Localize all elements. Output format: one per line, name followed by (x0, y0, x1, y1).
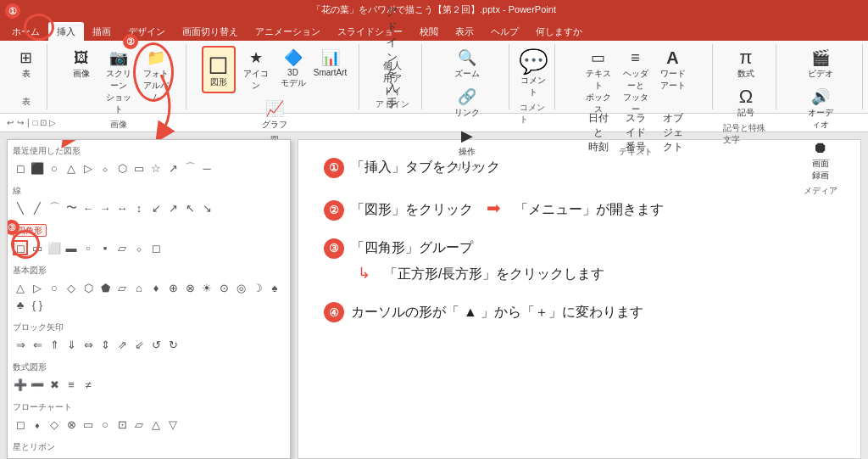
image-button[interactable]: 🖼 画像 (64, 46, 98, 117)
tab-animation[interactable]: アニメーション (247, 22, 329, 41)
line-9[interactable]: ↙ (148, 200, 164, 216)
basic-2[interactable]: ▷ (30, 280, 45, 295)
shape-panel[interactable]: 最近使用した図形 ◻ ⬛ ○ △ ▷ ⬦ ⬡ ▭ ☆ ↗ ⌒ ─ 線 ╲ ╱ (7, 139, 291, 459)
shape-line[interactable]: ─ (199, 160, 214, 176)
ba-9[interactable]: ↺ (148, 337, 164, 352)
fc-4[interactable]: ⊗ (64, 417, 79, 432)
basic-18[interactable]: { } (30, 297, 45, 312)
slide-num-button[interactable]: スライド番号 (619, 120, 653, 144)
toolbar-redo[interactable]: ↪ (17, 118, 24, 127)
ba-5[interactable]: ⇔ (81, 337, 96, 352)
basic-17[interactable]: ♣ (13, 297, 28, 312)
date-button[interactable]: 日付と時刻 (581, 120, 615, 144)
shape-rect-plain[interactable]: ◻ (13, 240, 28, 255)
basic-3[interactable]: ○ (47, 280, 62, 295)
basic-1[interactable]: △ (13, 280, 28, 295)
shape-button[interactable]: ◻ 図形 (202, 46, 236, 93)
basic-15[interactable]: ☽ (250, 280, 265, 295)
shape-rect-6[interactable]: ▪ (97, 240, 113, 255)
eq-5[interactable]: ≠ (81, 377, 96, 392)
line-8[interactable]: ↕ (131, 200, 147, 216)
shape-rrect[interactable]: ▭ (131, 160, 147, 176)
ba-1[interactable]: ⇒ (13, 337, 28, 352)
shape-rect-3[interactable]: ⬜ (47, 240, 62, 255)
comment-button[interactable]: 💬 コメント (516, 46, 550, 100)
action-button[interactable]: ▶ 操作 (450, 124, 484, 160)
icon-button[interactable]: ★ アイコン (239, 46, 273, 93)
formula-button[interactable]: π 数式 (729, 46, 763, 81)
chart-button[interactable]: 📈 グラフ (258, 97, 292, 132)
shape-ne-arrow[interactable]: ↗ (165, 160, 181, 176)
shape-square[interactable]: ⬛ (30, 160, 45, 176)
ba-3[interactable]: ⇑ (47, 337, 62, 352)
basic-8[interactable]: ⌂ (131, 280, 147, 295)
personal-addin-button[interactable]: 個人用アドイン (376, 73, 409, 97)
basic-14[interactable]: ◎ (233, 280, 248, 295)
shape-star[interactable]: ☆ (148, 160, 164, 176)
ba-10[interactable]: ↻ (165, 337, 181, 352)
line-2[interactable]: ╱ (30, 200, 45, 216)
line-4[interactable]: 〜 (64, 200, 79, 216)
link-button[interactable]: 🔗 リンク (450, 85, 484, 120)
shape-curve[interactable]: ⌒ (182, 160, 198, 176)
shape-arrow[interactable]: ▷ (81, 160, 96, 176)
line-7[interactable]: ↔ (114, 200, 130, 216)
shape-tri[interactable]: △ (64, 160, 79, 176)
line-1[interactable]: ╲ (13, 200, 28, 216)
tab-view[interactable]: 表示 (447, 22, 482, 41)
basic-4[interactable]: ◇ (64, 280, 79, 295)
photo-album-button[interactable]: 📁 フォトアルバム (139, 46, 173, 117)
basic-6[interactable]: ⬟ (97, 280, 113, 295)
3d-button[interactable]: 🔷 3Dモデル (276, 46, 310, 93)
tab-insert[interactable]: 挿入 (48, 22, 84, 41)
basic-7[interactable]: ▱ (114, 280, 130, 295)
basic-16[interactable]: ♠ (267, 280, 282, 295)
fc-6[interactable]: ○ (97, 417, 113, 432)
symbol-button[interactable]: Ω 記号 (729, 85, 763, 120)
shape-rect-5[interactable]: ▫ (81, 240, 96, 255)
ba-8[interactable]: ⇙ (131, 337, 147, 352)
line-3[interactable]: ⌒ (47, 200, 62, 216)
tab-review[interactable]: 校閲 (411, 22, 447, 41)
shape-hex[interactable]: ⬡ (114, 160, 130, 176)
fc-1[interactable]: ◻ (13, 417, 28, 432)
shape-rect-8[interactable]: ⬦ (131, 240, 147, 255)
wordart-button[interactable]: A ワードアート (656, 46, 690, 117)
fc-7[interactable]: ⊡ (114, 417, 130, 432)
ba-4[interactable]: ⇓ (64, 337, 79, 352)
tab-home[interactable]: ホーム (3, 22, 48, 41)
basic-9[interactable]: ♦ (148, 280, 164, 295)
eq-2[interactable]: ➖ (30, 377, 45, 392)
eq-1[interactable]: ➕ (13, 377, 28, 392)
shape-rect-2[interactable]: ▭ (30, 240, 45, 255)
basic-13[interactable]: ⊙ (216, 280, 231, 295)
line-6[interactable]: → (97, 200, 113, 216)
fc-8[interactable]: ▱ (131, 417, 147, 432)
shape-rect[interactable]: ◻ (13, 160, 28, 176)
shape-rect-7[interactable]: ▱ (114, 240, 130, 255)
ba-6[interactable]: ⇕ (97, 337, 113, 352)
video-button[interactable]: 🎬 ビデオ (804, 46, 837, 81)
header-footer-button[interactable]: ≡ ヘッダーとフッター (619, 46, 653, 117)
fc-10[interactable]: ▽ (165, 417, 181, 432)
basic-12[interactable]: ☀ (199, 280, 214, 295)
object-button[interactable]: オブジェクト (656, 120, 690, 144)
fc-9[interactable]: △ (148, 417, 164, 432)
toolbar-undo[interactable]: ↩ (7, 118, 14, 127)
basic-10[interactable]: ⊕ (165, 280, 181, 295)
basic-5[interactable]: ⬡ (81, 280, 96, 295)
ba-2[interactable]: ⇐ (30, 337, 45, 352)
tab-transition[interactable]: 画面切り替え (174, 22, 247, 41)
line-5[interactable]: ← (81, 200, 96, 216)
shape-circle[interactable]: ○ (47, 160, 62, 176)
basic-11[interactable]: ⊗ (182, 280, 198, 295)
tab-draw[interactable]: 描画 (84, 22, 120, 41)
table-button[interactable]: ⊞ 表 (9, 46, 43, 94)
eq-3[interactable]: ✖ (47, 377, 62, 392)
fc-3[interactable]: ◇ (47, 417, 62, 432)
fc-5[interactable]: ▭ (81, 417, 96, 432)
shape-rect-9[interactable]: ◻ (148, 240, 164, 255)
eq-4[interactable]: ≡ (64, 377, 79, 392)
audio-button[interactable]: 🔊 オーディオ (804, 85, 837, 132)
ba-7[interactable]: ⇗ (114, 337, 130, 352)
